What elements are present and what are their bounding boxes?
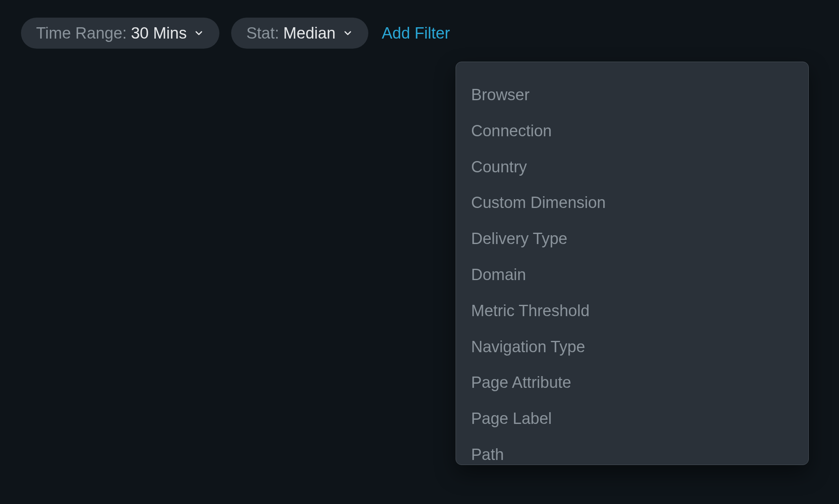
filter-option[interactable]: Custom Dimension [471,185,796,221]
filter-option[interactable]: Metric Threshold [471,293,796,329]
time-range-value: 30 Mins [131,25,187,41]
filter-option[interactable]: Page Attribute [471,365,796,401]
filter-option[interactable]: Connection [471,113,796,149]
add-filter-dropdown-panel: BrowserConnectionCountryCustom Dimension… [456,62,809,465]
add-filter-button[interactable]: Add Filter [380,20,452,47]
filter-option[interactable]: Path [471,437,796,465]
filter-option[interactable]: Navigation Type [471,329,796,365]
filter-toolbar: Time Range: 30 Mins Stat: Median Add Fil… [0,0,839,66]
stat-value: Median [283,25,336,41]
time-range-dropdown[interactable]: Time Range: 30 Mins [21,18,219,49]
stat-label: Stat: [246,25,279,41]
time-range-label: Time Range: [36,25,127,41]
filter-option[interactable]: Page Label [471,401,796,437]
filter-options-list[interactable]: BrowserConnectionCountryCustom Dimension… [456,77,808,465]
filter-option[interactable]: Delivery Type [471,221,796,257]
filter-option[interactable]: Browser [471,77,796,113]
filter-option[interactable]: Country [471,149,796,185]
stat-dropdown[interactable]: Stat: Median [231,18,368,49]
chevron-down-icon [342,28,353,39]
filter-option[interactable]: Domain [471,257,796,293]
chevron-down-icon [193,28,204,39]
